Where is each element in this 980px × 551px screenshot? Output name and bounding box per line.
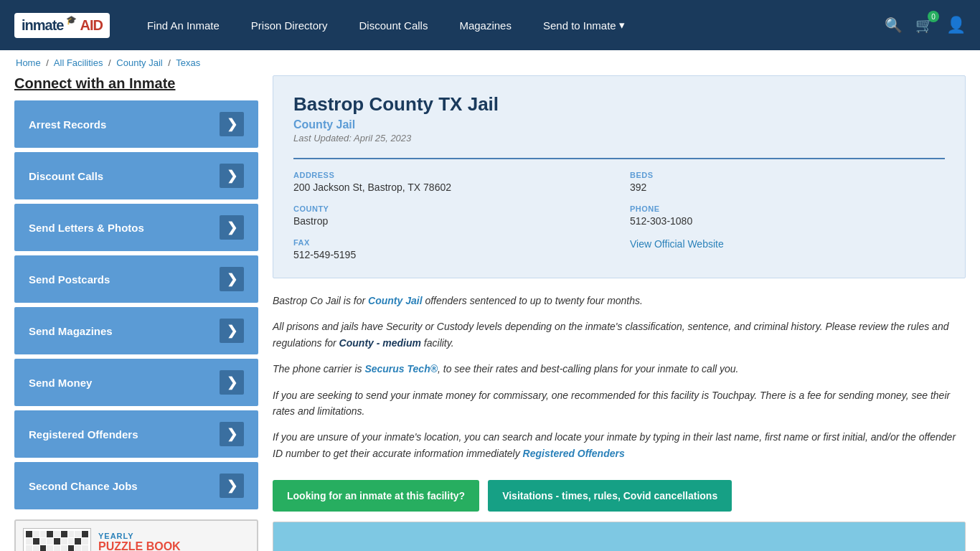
fax-label: FAX [293, 238, 608, 247]
sidebar-item-second-chance-jobs[interactable]: Second Chance Jobs ❯ [14, 462, 258, 509]
nav-discount-calls[interactable]: Discount Calls [344, 0, 444, 50]
arrow-icon: ❯ [220, 474, 244, 498]
phone-label: PHONE [630, 204, 945, 213]
county-label: COUNTY [293, 204, 608, 213]
sidebar: Connect with an Inmate Arrest Records ❯ … [14, 75, 258, 551]
registered-offenders-link[interactable]: Registered Offenders [523, 448, 625, 459]
breadcrumb-sep-1: / [46, 57, 49, 68]
sidebar-item-label: Registered Offenders [29, 428, 138, 441]
ad-text: YEARLY PUZZLE BOOK SUBSCRIPTIONS STARTIN… [98, 532, 250, 551]
county-medium-link[interactable]: County - medium [339, 337, 421, 349]
arrow-icon: ❯ [220, 422, 244, 446]
desc-p3: The phone carrier is Securus Tech®, to s… [273, 361, 966, 377]
securus-tech-link[interactable]: Securus Tech® [364, 363, 438, 375]
nav-send-to-inmate[interactable]: Send to Inmate ▾ [527, 0, 641, 50]
arrow-icon: ❯ [220, 112, 244, 136]
content-area: Bastrop County TX Jail County Jail Last … [273, 75, 966, 551]
arrow-icon: ❯ [220, 267, 244, 291]
county-value: Bastrop [293, 215, 608, 227]
ad-puzzle-image [23, 528, 91, 551]
facility-updated: Last Updated: April 25, 2023 [293, 133, 945, 143]
view-official-website-link[interactable]: View Official Website [630, 238, 724, 250]
ad-puzzle-label: PUZZLE BOOK [98, 540, 250, 551]
address-value: 200 Jackson St, Bastrop, TX 78602 [293, 182, 608, 193]
sidebar-item-send-magazines[interactable]: Send Magazines ❯ [14, 307, 258, 354]
navbar: inmate 🎓 AID Find An Inmate Prison Direc… [0, 0, 980, 50]
facility-card: Bastrop County TX Jail County Jail Last … [273, 75, 966, 278]
address-detail: ADDRESS 200 Jackson St, Bastrop, TX 7860… [293, 171, 608, 193]
sidebar-item-label: Arrest Records [29, 118, 106, 131]
beds-detail: BEDS 392 [630, 171, 945, 193]
nav-magazines[interactable]: Magazines [443, 0, 527, 50]
navbar-right: 🔍 🛒 0 👤 [885, 16, 966, 34]
sidebar-item-send-money[interactable]: Send Money ❯ [14, 359, 258, 406]
breadcrumb-county-jail[interactable]: County Jail [116, 57, 162, 68]
desc-p1: Bastrop Co Jail is for County Jail offen… [273, 293, 966, 309]
ad-yearly-label: YEARLY [98, 532, 250, 540]
breadcrumb-sep-2: / [108, 57, 111, 68]
logo-inmate-text: inmate [22, 17, 63, 34]
search-icon[interactable]: 🔍 [885, 17, 903, 34]
chevron-down-icon: ▾ [619, 19, 625, 32]
facility-details: ADDRESS 200 Jackson St, Bastrop, TX 7860… [293, 158, 945, 260]
website-detail: View Official Website [630, 238, 945, 260]
breadcrumb-all-facilities[interactable]: All Facilities [54, 57, 103, 68]
county-jail-link-1[interactable]: County Jail [368, 295, 422, 306]
cart-badge: 0 [928, 11, 939, 22]
facility-type: County Jail [293, 118, 945, 131]
sidebar-item-label: Discount Calls [29, 170, 103, 182]
action-buttons: Looking for an inmate at this facility? … [273, 480, 966, 512]
visitations-button[interactable]: Visitations - times, rules, Covid cancel… [488, 480, 732, 512]
fax-detail: FAX 512-549-5195 [293, 238, 608, 260]
logo-hat-icon: 🎓 [66, 15, 77, 25]
sidebar-item-label: Send Postcards [29, 273, 110, 286]
beds-value: 392 [630, 182, 945, 193]
logo-aid-text: AID [80, 17, 102, 34]
breadcrumb: Home / All Facilities / County Jail / Te… [0, 50, 980, 75]
description-area: Bastrop Co Jail is for County Jail offen… [273, 290, 966, 474]
fax-value: 512-549-5195 [293, 249, 608, 260]
logo[interactable]: inmate 🎓 AID [14, 13, 110, 38]
sidebar-item-label: Send Letters & Photos [29, 222, 144, 234]
user-icon[interactable]: 👤 [946, 16, 966, 34]
sidebar-item-registered-offenders[interactable]: Registered Offenders ❯ [14, 410, 258, 458]
looking-for-inmate-button[interactable]: Looking for an inmate at this facility? [273, 480, 479, 512]
breadcrumb-texas[interactable]: Texas [176, 57, 200, 68]
sidebar-title: Connect with an Inmate [14, 75, 258, 92]
desc-p2: All prisons and jails have Security or C… [273, 319, 966, 351]
nav-find-inmate[interactable]: Find An Inmate [131, 0, 235, 50]
arrow-icon: ❯ [220, 319, 244, 343]
facility-name: Bastrop County TX Jail [293, 93, 945, 116]
county-detail: COUNTY Bastrop [293, 204, 608, 227]
desc-p5: If you are unsure of your inmate's locat… [273, 429, 966, 461]
desc-p4: If you are seeking to send your inmate m… [273, 387, 966, 420]
breadcrumb-sep-3: / [168, 57, 171, 68]
sidebar-item-label: Second Chance Jobs [29, 480, 138, 492]
sidebar-item-send-letters[interactable]: Send Letters & Photos ❯ [14, 204, 258, 251]
sidebar-item-send-postcards[interactable]: Send Postcards ❯ [14, 255, 258, 303]
nav-prison-directory[interactable]: Prison Directory [235, 0, 344, 50]
breadcrumb-home[interactable]: Home [16, 57, 41, 68]
sidebar-item-label: Send Money [29, 377, 92, 389]
navbar-links: Find An Inmate Prison Directory Discount… [131, 0, 885, 50]
sidebar-item-discount-calls[interactable]: Discount Calls ❯ [14, 152, 258, 199]
sidebar-ad[interactable]: YEARLY PUZZLE BOOK SUBSCRIPTIONS STARTIN… [14, 519, 258, 551]
phone-detail: PHONE 512-303-1080 [630, 204, 945, 227]
phone-value: 512-303-1080 [630, 215, 945, 227]
beds-label: BEDS [630, 171, 945, 179]
sidebar-item-arrest-records[interactable]: Arrest Records ❯ [14, 100, 258, 148]
cart-icon-wrapper[interactable]: 🛒 0 [915, 17, 933, 34]
sidebar-item-label: Send Magazines [29, 325, 113, 337]
aerial-image [273, 522, 966, 551]
address-label: ADDRESS [293, 171, 608, 179]
arrow-icon: ❯ [220, 164, 244, 188]
arrow-icon: ❯ [220, 215, 244, 240]
arrow-icon: ❯ [220, 370, 244, 395]
